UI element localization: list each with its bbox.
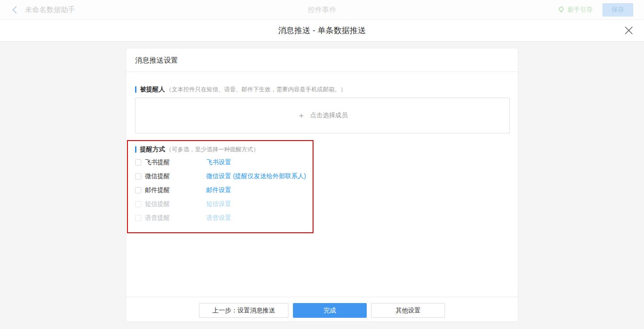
checkbox-voice: [135, 215, 141, 221]
card-title: 消息推送设置: [126, 48, 518, 72]
beginner-guide-button[interactable]: 新手引导: [558, 6, 593, 14]
other-settings-button[interactable]: 其他设置: [371, 303, 445, 318]
method-row-voice: 语音提醒 语音设置: [135, 211, 306, 225]
method-row-email: 邮件提醒 邮件设置: [135, 183, 306, 197]
method-label: 短信提醒: [145, 200, 206, 208]
checkbox-sms: [135, 201, 141, 207]
close-icon[interactable]: [623, 25, 634, 36]
method-label: 邮件提醒: [145, 186, 206, 194]
modal-title: 消息推送 - 单条数据推送: [278, 25, 366, 36]
wechat-settings-link[interactable]: 微信设置 (提醒仅发送给外部联系人): [206, 172, 306, 180]
select-members-label: 点击选择成员: [310, 111, 348, 120]
feishu-settings-link[interactable]: 飞书设置: [206, 158, 231, 167]
save-button[interactable]: 保存: [602, 3, 633, 17]
methods-section-header: 提醒方式 （可多选，至少选择一种提醒方式）: [135, 145, 259, 154]
modal-body: 消息推送设置 被提醒人 （文本控件只在短信、语音、邮件下生效，需要内容是手机或邮…: [0, 42, 644, 329]
topbar-actions: 新手引导 保存: [558, 0, 633, 20]
recipients-note: （文本控件只在短信、语音、邮件下生效，需要内容是手机或邮箱。）: [166, 85, 346, 94]
method-label: 飞书提醒: [145, 158, 206, 167]
modal-header: 消息推送 - 单条数据推送: [0, 20, 644, 42]
section-accent-bar: [135, 146, 136, 153]
method-row-feishu: 飞书提醒 飞书设置: [135, 155, 306, 169]
checkbox-feishu[interactable]: [135, 159, 141, 166]
voice-settings-link: 语音设置: [206, 214, 231, 222]
section-accent-bar: [135, 86, 136, 93]
method-row-wechat: 微信提醒 微信设置 (提醒仅发送给外部联系人): [135, 169, 306, 183]
chevron-left-icon[interactable]: [13, 6, 20, 14]
topbar-center-title: 控件事件: [0, 0, 644, 20]
previous-step-button[interactable]: 上一步：设置消息推送: [199, 303, 288, 318]
methods-list: 飞书提醒 飞书设置 微信提醒 微信设置 (提醒仅发送给外部联系人) 邮件提醒 邮…: [135, 155, 306, 225]
email-settings-link[interactable]: 邮件设置: [206, 186, 231, 194]
plus-icon: ＋: [297, 111, 305, 120]
lightbulb-icon: [558, 6, 565, 13]
method-label: 语音提醒: [145, 214, 206, 222]
checkbox-wechat[interactable]: [135, 173, 141, 179]
methods-note: （可多选，至少选择一种提醒方式）: [166, 145, 259, 154]
method-row-sms: 短信提醒 短信设置: [135, 197, 306, 211]
recipients-section-header: 被提醒人 （文本控件只在短信、语音、邮件下生效，需要内容是手机或邮箱。）: [135, 85, 346, 94]
methods-label: 提醒方式: [140, 145, 165, 154]
sms-settings-link: 短信设置: [206, 200, 231, 208]
method-label: 微信提醒: [145, 172, 206, 180]
topbar-back[interactable]: 未命名数据助手: [11, 0, 75, 20]
select-members-button[interactable]: ＋ 点击选择成员: [135, 98, 510, 133]
beginner-guide-label: 新手引导: [568, 6, 593, 14]
topbar: 未命名数据助手 控件事件 新手引导 保存: [0, 0, 644, 20]
checkbox-email[interactable]: [135, 187, 141, 193]
push-settings-card: 消息推送设置 被提醒人 （文本控件只在短信、语音、邮件下生效，需要内容是手机或邮…: [126, 48, 518, 322]
recipients-label: 被提醒人: [140, 85, 165, 94]
done-button[interactable]: 完成: [293, 303, 367, 318]
card-footer: 上一步：设置消息推送 完成 其他设置: [126, 297, 518, 322]
app-title: 未命名数据助手: [25, 5, 75, 15]
